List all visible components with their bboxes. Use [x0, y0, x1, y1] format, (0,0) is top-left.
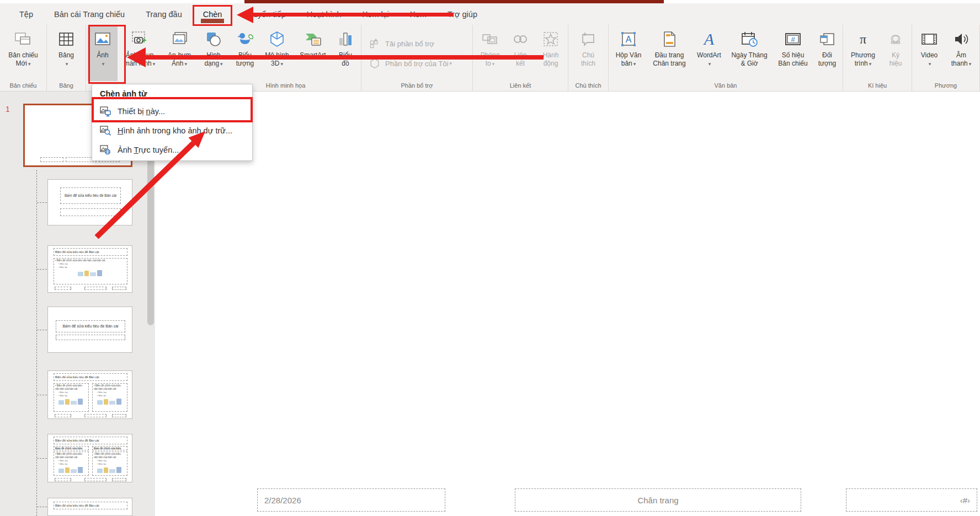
clipart-thumbnail: [55, 270, 125, 276]
comment-icon: [579, 30, 597, 48]
wordart-icon: A: [700, 30, 718, 48]
dropdown-item-stock-images[interactable]: Hình ảnh trong kho ảnh dự trữ...: [92, 121, 252, 140]
menu-tab-tệp[interactable]: Tệp: [18, 8, 34, 21]
placeholder-outline: Bấm để sửa kiểu tiêu đề Bản cái: [54, 437, 127, 444]
smartart-icon: [304, 30, 322, 48]
pictures-button[interactable]: Ảnh▾: [88, 26, 118, 81]
menu-tab-trang-đầu[interactable]: Trang đầu: [145, 8, 183, 21]
action-button: Hànhđộng: [535, 26, 566, 81]
slide-thumbnail-section[interactable]: Bấm để sửa kiểu tiêu đề Bản cái: [47, 307, 132, 353]
slide-thumbnail-title[interactable]: Bấm để sửa kiểu tiêu đề Bản cái: [47, 179, 132, 225]
placeholder-outline: [112, 414, 126, 417]
ribbon-group-label: Kí hiệu: [845, 81, 910, 91]
layout-connector-line: [36, 170, 37, 516]
ribbon-group-label: Liên kết: [475, 81, 566, 91]
zoom-screens-icon: [481, 30, 499, 48]
connector-stub: [37, 269, 47, 270]
audio-icon: [952, 30, 970, 48]
dropdown-item-this-device[interactable]: Thiết bị này...: [92, 101, 252, 121]
placeholder-outline: [112, 287, 126, 290]
placeholder-outline: [55, 414, 71, 417]
ribbon-group: AHộp Vănbản▾Đầu trangChân trangAWordArt▾…: [609, 25, 843, 91]
equation-icon: π: [854, 30, 872, 48]
photo-album-button[interactable]: An-bumẢnh▾: [162, 26, 197, 81]
menu-tab-trợ-giúp[interactable]: Trợ giúp: [446, 8, 478, 21]
new-slide-button[interactable]: Bản chiếuMới▾: [2, 26, 45, 81]
body-placeholder-text: • Bấm để chỉnh sửa kiểu văn bản của bản …: [54, 384, 87, 405]
table-button[interactable]: Bảng▾: [49, 26, 84, 81]
slide-thumbnail-content[interactable]: Bấm để sửa kiểu tiêu đề Bản cái• Bấm để …: [47, 245, 132, 293]
3d-models-button[interactable]: Mô hình3D▾: [260, 26, 294, 81]
svg-text:A: A: [703, 30, 715, 48]
device-picture-icon: [100, 106, 111, 117]
my-addins-icon: [369, 57, 381, 69]
equation-button[interactable]: πPhươngtrình▾: [845, 26, 881, 81]
placeholder-outline: [56, 335, 125, 340]
svg-text:Ω: Ω: [891, 32, 901, 46]
icons-button[interactable]: Biểutượng: [230, 26, 260, 81]
link-icon: [512, 30, 529, 48]
audio-button[interactable]: Âmthanh▾: [945, 26, 978, 81]
menu-tab-xem-lại[interactable]: Xem lại: [361, 8, 390, 21]
body-placeholder-text: • Bấm để chỉnh sửa kiểu văn bản của bản …: [93, 384, 126, 405]
ribbon-group: Phóngto▾LiênkếtHànhđộngLiên kết: [473, 25, 568, 91]
ribbon-group: Ảnh▾Ảnh chụpmàn hình▾An-bumẢnh▾Hìnhdạng▾…: [86, 25, 361, 91]
menu-tab-xem[interactable]: Xem: [409, 8, 428, 21]
clipart-thumbnail: [94, 467, 125, 473]
my-add-ins-button: Phần bổ trợ của Tôi▾: [369, 57, 452, 69]
wordart-button[interactable]: AWordArt▾: [692, 26, 726, 81]
new-slide-icon: [14, 30, 32, 48]
ribbon-group-label: Phần bổ trợ: [363, 81, 471, 91]
video-icon: [920, 30, 938, 48]
menu-tab-hoạt-hình[interactable]: Hoạt hình: [306, 8, 343, 21]
placeholder-outline: Bấm để sửa kiểu tiêu đề Bản cái: [54, 248, 127, 256]
stock-images-icon: [100, 125, 111, 136]
object-button[interactable]: Đốitượng: [813, 26, 841, 81]
get-add-ins-button: Tải phần bổ trợ: [369, 37, 434, 50]
ribbon: Bản chiếuMới▾Bản chiếuBảng▾BảngẢnh▾Ảnh c…: [0, 25, 980, 92]
footer-placeholder[interactable]: Chân trang: [515, 488, 801, 512]
header-footer-button[interactable]: Đầu trangChân trang: [647, 26, 692, 81]
shapes-button[interactable]: Hìnhdạng▾: [197, 26, 230, 81]
connector-stub: [37, 395, 47, 395]
screenshot-button[interactable]: Ảnh chụpmàn hình▾: [118, 26, 162, 81]
menu-tab-chuyển-tiếp[interactable]: Chuyển tiếp: [242, 8, 286, 21]
slide-number-icon: #: [784, 30, 802, 48]
placeholder-outline: [84, 478, 106, 481]
placeholder-outline: [40, 157, 63, 162]
placeholder-outline: Bấm để chỉnh sửa kiểu văn bản của bản cá…: [54, 446, 89, 450]
date-placeholder[interactable]: 2/28/2026: [257, 488, 445, 512]
placeholder-outline: [60, 208, 121, 216]
slide-thumbnail-comparison[interactable]: Bấm để sửa kiểu tiêu đề Bản cáiBấm để ch…: [47, 434, 132, 482]
placeholder-outline: • Bấm để chỉnh sửa kiểu văn bản của bản …: [54, 258, 127, 284]
text-box-button[interactable]: AHộp Vănbản▾: [610, 26, 647, 81]
chart-button[interactable]: Biểuđồ: [332, 26, 359, 81]
duck-icon: [236, 30, 254, 48]
get-addins-icon: [369, 37, 381, 50]
ribbon-group: Video▾Âmthanh▾Phương: [912, 25, 980, 91]
insert-picture-dropdown: Chèn ảnh từ Thiết bị này...Hình ảnh tron…: [92, 84, 253, 161]
placeholder-outline: [55, 287, 71, 290]
smartart-button[interactable]: SmartArt: [294, 26, 332, 81]
body-placeholder-text: • Bấm để chỉnh sửa kiểu văn bản của bản …: [54, 452, 87, 474]
clipart-thumbnail: [55, 467, 86, 473]
slide-thumbnail-partial[interactable]: Bấm để sửa kiểu tiêu đề Bản cái: [47, 498, 132, 516]
video-button[interactable]: Video▾: [914, 26, 945, 81]
dropdown-item-label: Ảnh Trực tuyến...: [118, 146, 179, 154]
online-pictures-icon: [100, 144, 111, 155]
slide-thumbnail-two-content[interactable]: Bấm để sửa kiểu tiêu đề Bản cái• Bấm để …: [47, 370, 132, 419]
menu-tab-chèn[interactable]: Chèn: [202, 8, 223, 21]
placeholder-outline: Bấm để chỉnh sửa kiểu văn bản của bản cá…: [92, 446, 127, 450]
placeholder-outline: [84, 414, 106, 417]
connector-stub: [37, 458, 47, 459]
screenshot-icon: [131, 30, 148, 48]
ribbon-group-label: Văn bản: [610, 81, 841, 91]
date-time-button[interactable]: Ngày Tháng& Giờ: [726, 26, 773, 81]
menu-tab-bản-cái-trang-chiếu[interactable]: Bản cái Trang chiếu: [53, 8, 126, 21]
ribbon-group: πPhươngtrình▾ΩKýhiệuKí hiệu: [843, 25, 912, 91]
body-placeholder-text: • Bấm để chỉnh sửa kiểu văn bản của bản …: [93, 452, 126, 474]
slide-number-button[interactable]: #Số hiệuBản chiếu: [773, 26, 813, 81]
slidenumber-placeholder[interactable]: ‹#›: [846, 488, 977, 512]
dropdown-item-online-pictures[interactable]: Ảnh Trực tuyến...: [92, 140, 252, 159]
clipart-thumbnail: [94, 399, 125, 405]
